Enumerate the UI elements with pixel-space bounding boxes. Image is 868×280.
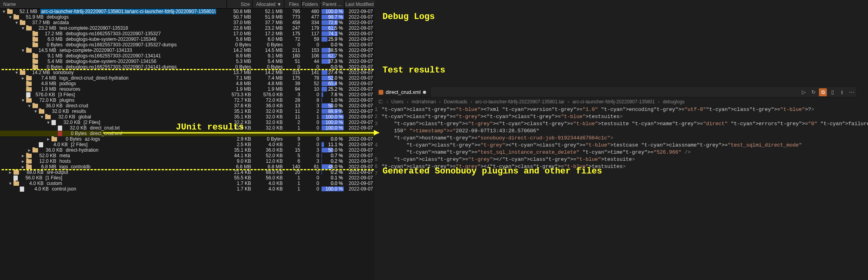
col-folders[interactable]: Folders: [302, 0, 321, 8]
table-row[interactable]: 5.4 MBdebuglogs-kube-system-20220907-134…: [0, 59, 375, 64]
history-icon[interactable]: ↻: [809, 88, 817, 96]
expand-toggle-icon[interactable]: ▾: [8, 15, 13, 19]
expand-toggle-icon[interactable]: ▾: [27, 103, 32, 108]
folder-icon: [13, 15, 19, 19]
inline-size: 88.0 KB: [21, 170, 44, 175]
item-name: test-complete-20220907-135318: [59, 25, 128, 31]
folder-icon: [32, 37, 38, 42]
cell-pct: 88.9 %: [321, 109, 345, 114]
table-row[interactable]: ▾23.2 MBtest-complete-20220907-13531822.…: [0, 25, 375, 31]
expand-toggle-icon[interactable]: ▾: [14, 70, 19, 75]
table-row[interactable]: ▸52.0 KBmeta44.1 KB52.0 KB500.7 %2022-09…: [0, 153, 375, 158]
table-row[interactable]: ▾14.2 MBsonobuoy13.7 MB14.2 MB31514127.4…: [0, 70, 375, 75]
expand-toggle-icon[interactable]: ▸: [21, 76, 25, 80]
expand-toggle-icon[interactable]: ▾: [40, 114, 44, 119]
cell-allocated: 7.4 MB: [253, 75, 284, 81]
table-row[interactable]: ▸36.0 KBdirect-hydration35.1 KB36.0 KB15…: [0, 147, 375, 153]
cell-allocated: 52.1 MB: [253, 9, 284, 14]
expand-toggle-icon[interactable]: ▾: [21, 48, 25, 53]
table-row[interactable]: ▸88.0 KBsre-output21.4 KB88.0 KB2000.2 %…: [0, 170, 375, 175]
table-row[interactable]: 6.0 MBdebuglogs-kube-system-20220907-135…: [0, 36, 375, 42]
table-row[interactable]: 4.0 KBcontrol.json1.7 KB4.0 KB10100.0 %2…: [0, 186, 375, 192]
item-name: debuglogs: [47, 14, 69, 20]
cell-pct: 62.7 %: [321, 53, 345, 59]
table-row[interactable]: 56.0 KB[1 Files]55.5 KB56.0 KB100.1 %202…: [0, 175, 375, 181]
editor-tab-direct-crud[interactable]: direct_crud.xml: [375, 87, 430, 97]
folder-icon: [32, 32, 38, 36]
table-row[interactable]: ▾72.0 KBplugins72.7 KB72.0 KB2881.0 %202…: [0, 97, 375, 103]
cell-pct: 74.1 %: [321, 31, 345, 36]
run-icon[interactable]: ▷: [800, 88, 808, 96]
table-row[interactable]: 32.0 KBdirect_crud.txt31.9 KB32.0 KB1010…: [0, 125, 375, 131]
inline-size: 6.0 MB: [40, 36, 63, 42]
expand-toggle-icon[interactable]: ▸: [27, 148, 32, 152]
table-row[interactable]: ▸0 Bytesaz-logs2.9 KB0 Bytes900.0 %2022-…: [0, 136, 375, 142]
expand-toggle-icon[interactable]: ▾: [46, 120, 51, 125]
item-name: debuglogs-ns1662557303-20220907-135327: [66, 31, 161, 36]
expand-toggle-icon[interactable]: ▸: [46, 137, 51, 141]
expand-toggle-icon[interactable]: ▾: [14, 20, 19, 25]
table-row[interactable]: ▾51.9 MBdebuglogs50.7 MB51.9 MB77347799.…: [0, 14, 375, 20]
table-row[interactable]: 1.9 MBresources1.9 MB1.9 MB941025.2 %202…: [0, 86, 375, 92]
compare-icon[interactable]: ⧉: [819, 88, 827, 96]
table-row[interactable]: ▾4.0 KBcustom1.7 KB4.0 KB100.0 %2022-09-…: [0, 181, 375, 186]
table-row[interactable]: ▾32.0 KBresults35.1 KB32.0 KB11288.9 %20…: [0, 109, 375, 114]
crumb[interactable]: mdrrahman: [411, 99, 436, 105]
line-gutter: 1234567: [375, 106, 382, 177]
cell-files: 315: [284, 70, 302, 75]
table-row[interactable]: ▸6.8 MBlogs_controldb6.6 MB6.8 MB1406148…: [0, 164, 375, 170]
expand-toggle-icon[interactable]: ▾: [2, 9, 6, 14]
folder-icon: [26, 165, 32, 169]
table-row[interactable]: ▾36.0 KBdirect-crud37.6 KB36.0 KB13350.0…: [0, 103, 375, 109]
cell-allocated: 576.0 KB: [253, 92, 284, 97]
cell-pct: 72.6 %: [321, 20, 345, 25]
more-icon[interactable]: ⋯: [847, 88, 855, 96]
crumb[interactable]: Downloads: [444, 99, 467, 105]
split-vertical-icon[interactable]: ⫿: [838, 88, 846, 96]
folder-icon: [26, 26, 32, 30]
col-allocated[interactable]: Allocated ▼: [253, 0, 284, 8]
breadcrumb[interactable]: C: Users mdrrahman Downloads arc-ci-laun…: [375, 97, 856, 106]
table-row[interactable]: ▾32.0 KB[2 Files]32.2 KB32.0 KB20100.0 %…: [0, 120, 375, 125]
table-row[interactable]: ▾52.1 MBarc-ci-launcher-fdr6j-20220907-1…: [0, 9, 375, 14]
expand-toggle-icon[interactable]: ▾: [33, 109, 38, 114]
crumb[interactable]: Users: [391, 99, 404, 105]
crumb[interactable]: arc-ci-launcher-fdr6j-20220907-135801.ta…: [475, 99, 564, 105]
expand-toggle-icon[interactable]: ▸: [21, 159, 25, 164]
col-size[interactable]: Size: [227, 0, 253, 8]
table-row[interactable]: 0 Bytesdirect_crud.xml: [0, 131, 375, 136]
crumb[interactable]: debuglogs: [663, 99, 685, 105]
crumb[interactable]: C:: [379, 99, 383, 105]
col-pct-parent[interactable]: % of Parent ...: [321, 0, 345, 8]
cell-folders: 2: [302, 109, 321, 114]
table-row[interactable]: ▸12.0 KBhosts9.0 KB12.0 KB630.2 %2022-09…: [0, 158, 375, 164]
cell-files: 51: [284, 59, 302, 64]
table-row[interactable]: ▾37.7 MBarcdata37.0 MB37.7 MB45833472.6 …: [0, 20, 375, 25]
table-row[interactable]: 9.1 MBdebuglogs-ns1662557303-20220907-13…: [0, 53, 375, 59]
table-row[interactable]: ▸7.4 MBlogs_direct-crud_direct-hydration…: [0, 75, 375, 81]
expand-toggle-icon[interactable]: ▾: [8, 181, 13, 186]
code-area[interactable]: 1234567 "t-cyan">class"t-grey">="t-blue"…: [375, 106, 856, 177]
expand-toggle-icon[interactable]: ▾: [21, 26, 25, 30]
split-horizontal-icon[interactable]: ▯: [828, 88, 836, 96]
cell-allocated: 36.0 KB: [253, 147, 284, 153]
table-row[interactable]: ▾14.5 MBsetup-complete-20220907-13413314…: [0, 48, 375, 53]
expand-toggle-icon[interactable]: ▾: [21, 98, 25, 103]
table-row[interactable]: 4.0 KB[2 Files]2.5 KB4.0 KB2011.1 %2022-…: [0, 142, 375, 147]
cell-files: 9: [284, 136, 302, 142]
table-row[interactable]: 576.0 KB[3 Files]573.3 KB576.0 KB307.6 %…: [0, 92, 375, 97]
expand-toggle-icon[interactable]: ▸: [21, 153, 25, 158]
table-row[interactable]: 0 Bytesdebuglogs-ns1662557303-20220907-1…: [0, 64, 375, 70]
expand-toggle-icon[interactable]: ▸: [8, 170, 13, 175]
col-name[interactable]: Name: [0, 0, 227, 8]
table-row[interactable]: 0 Bytesdebuglogs-ns1662557303-20220907-1…: [0, 42, 375, 48]
inline-size: 9.1 MB: [40, 53, 63, 59]
crumb[interactable]: arc-ci-launcher-fdr6j-20220907-135801: [573, 99, 655, 105]
table-row[interactable]: 17.2 MBdebuglogs-ns1662557303-20220907-1…: [0, 31, 375, 36]
col-files[interactable]: Files: [284, 0, 302, 8]
table-row[interactable]: 4.8 MBpodlogs4.8 MB4.8 MB395265.4 %2022-…: [0, 81, 375, 86]
cell-allocated: 12.0 KB: [253, 158, 284, 164]
expand-toggle-icon[interactable]: ▸: [21, 164, 25, 169]
col-last-mod[interactable]: Last Modified: [345, 0, 375, 8]
table-row[interactable]: ▾32.0 KBglobal35.1 KB32.0 KB111100.0 %20…: [0, 114, 375, 120]
